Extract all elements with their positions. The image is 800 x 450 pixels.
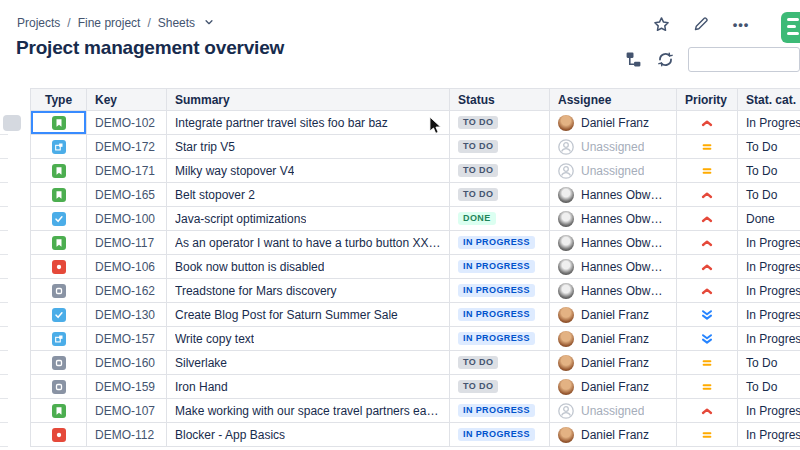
summary-cell[interactable]: Java-script optimizations (167, 207, 450, 231)
priority-cell[interactable] (677, 159, 738, 183)
table-row[interactable]: DEMO-107 Make working with our space tra… (0, 399, 800, 423)
issue-type-cell[interactable] (30, 255, 87, 279)
status-cell[interactable]: IN PROGRESS (450, 231, 550, 255)
status-category-cell[interactable]: In Progress (738, 279, 800, 303)
priority-cell[interactable] (677, 423, 738, 447)
column-header-key[interactable]: Key (87, 88, 167, 111)
table-row[interactable]: DEMO-159 Iron Hand TO DO Daniel Franz To… (0, 375, 800, 399)
priority-cell[interactable] (677, 399, 738, 423)
status-category-cell[interactable]: Done (738, 207, 800, 231)
column-header-priority[interactable]: Priority (677, 88, 738, 111)
assignee-cell[interactable]: Hannes Obweger (550, 183, 677, 207)
issue-key-cell[interactable]: DEMO-117 (87, 231, 167, 255)
assignee-cell[interactable]: Hannes Obweger (550, 279, 677, 303)
status-category-cell[interactable]: In Progress (738, 303, 800, 327)
summary-cell[interactable]: Integrate partner travel sites foo bar b… (167, 111, 450, 135)
assignee-cell[interactable]: Daniel Franz (550, 111, 677, 135)
summary-cell[interactable]: Write copy text (167, 327, 450, 351)
ellipsis-icon[interactable]: ••• (732, 15, 750, 33)
table-row[interactable]: DEMO-130 Create Blog Post for Saturn Sum… (0, 303, 800, 327)
issue-key-cell[interactable]: DEMO-112 (87, 423, 167, 447)
priority-cell[interactable] (677, 327, 738, 351)
table-row[interactable]: DEMO-117 As an operator I want to have a… (0, 231, 800, 255)
summary-cell[interactable]: Milky way stopover V4 (167, 159, 450, 183)
issue-type-cell[interactable] (30, 351, 87, 375)
priority-cell[interactable] (677, 351, 738, 375)
search-input[interactable] (688, 47, 800, 72)
issue-key-cell[interactable]: DEMO-159 (87, 375, 167, 399)
priority-cell[interactable] (677, 207, 738, 231)
row-drag-handle[interactable] (3, 115, 21, 131)
issue-key-cell[interactable]: DEMO-165 (87, 183, 167, 207)
status-cell[interactable]: TO DO (450, 183, 550, 207)
issue-key-cell[interactable]: DEMO-102 (87, 111, 167, 135)
priority-cell[interactable] (677, 231, 738, 255)
issue-type-cell[interactable] (30, 279, 87, 303)
chevron-down-icon[interactable] (204, 16, 214, 30)
status-category-cell[interactable]: To Do (738, 375, 800, 399)
app-logo[interactable] (781, 12, 800, 43)
table-row[interactable]: DEMO-100 Java-script optimizations DONE … (0, 207, 800, 231)
assignee-cell[interactable]: Unassigned (550, 135, 677, 159)
assignee-cell[interactable]: Hannes Obweger (550, 231, 677, 255)
priority-cell[interactable] (677, 303, 738, 327)
table-row[interactable]: DEMO-165 Belt stopover 2 TO DO Hannes Ob… (0, 183, 800, 207)
assignee-cell[interactable]: Daniel Franz (550, 327, 677, 351)
issue-key-cell[interactable]: DEMO-106 (87, 255, 167, 279)
status-cell[interactable]: TO DO (450, 351, 550, 375)
status-category-cell[interactable]: To Do (738, 183, 800, 207)
summary-cell[interactable]: Treadstone for Mars discovery (167, 279, 450, 303)
column-header-assignee[interactable]: Assignee (550, 88, 677, 111)
table-row[interactable]: DEMO-172 Star trip V5 TO DO Unassigned T… (0, 135, 800, 159)
summary-cell[interactable]: As an operator I want to have a turbo bu… (167, 231, 450, 255)
status-category-cell[interactable]: In Progress (738, 399, 800, 423)
issue-key-cell[interactable]: DEMO-130 (87, 303, 167, 327)
issue-key-cell[interactable]: DEMO-172 (87, 135, 167, 159)
table-row[interactable]: DEMO-171 Milky way stopover V4 TO DO Una… (0, 159, 800, 183)
summary-cell[interactable]: Blocker - App Basics (167, 423, 450, 447)
status-cell[interactable]: IN PROGRESS (450, 303, 550, 327)
issue-type-cell[interactable] (30, 327, 87, 351)
summary-cell[interactable]: Iron Hand (167, 375, 450, 399)
priority-cell[interactable] (677, 111, 738, 135)
column-header-type[interactable]: Type (30, 88, 87, 111)
status-cell[interactable]: IN PROGRESS (450, 327, 550, 351)
column-header-summary[interactable]: Summary (167, 88, 450, 111)
priority-cell[interactable] (677, 255, 738, 279)
breadcrumb-projects[interactable]: Projects (17, 16, 60, 30)
issue-type-cell[interactable] (30, 375, 87, 399)
summary-cell[interactable]: Create Blog Post for Saturn Summer Sale (167, 303, 450, 327)
breadcrumb-sheets[interactable]: Sheets (158, 16, 195, 30)
issue-key-cell[interactable]: DEMO-107 (87, 399, 167, 423)
issue-type-cell[interactable] (30, 303, 87, 327)
status-cell[interactable]: DONE (450, 207, 550, 231)
assignee-cell[interactable]: Daniel Franz (550, 303, 677, 327)
issue-type-cell[interactable] (30, 207, 87, 231)
issue-key-cell[interactable]: DEMO-100 (87, 207, 167, 231)
assignee-cell[interactable]: Hannes Obweger (550, 207, 677, 231)
summary-cell[interactable]: Silverlake (167, 351, 450, 375)
summary-cell[interactable]: Star trip V5 (167, 135, 450, 159)
status-category-cell[interactable]: In Progress (738, 231, 800, 255)
issue-type-cell[interactable] (30, 111, 87, 135)
priority-cell[interactable] (677, 135, 738, 159)
table-row[interactable]: DEMO-162 Treadstone for Mars discovery I… (0, 279, 800, 303)
table-row[interactable]: DEMO-157 Write copy text IN PROGRESS Dan… (0, 327, 800, 351)
status-cell[interactable]: IN PROGRESS (450, 423, 550, 447)
issue-type-cell[interactable] (30, 135, 87, 159)
status-category-cell[interactable]: In Progress (738, 327, 800, 351)
priority-cell[interactable] (677, 183, 738, 207)
status-cell[interactable]: TO DO (450, 159, 550, 183)
assignee-cell[interactable]: Daniel Franz (550, 423, 677, 447)
status-category-cell[interactable]: In Progress (738, 111, 800, 135)
star-icon[interactable] (652, 15, 670, 33)
table-row[interactable]: DEMO-106 Book now button is disabled IN … (0, 255, 800, 279)
assignee-cell[interactable]: Hannes Obweger (550, 255, 677, 279)
table-row[interactable]: DEMO-112 Blocker - App Basics IN PROGRES… (0, 423, 800, 447)
status-category-cell[interactable]: To Do (738, 351, 800, 375)
status-category-cell[interactable]: In Progress (738, 255, 800, 279)
table-row[interactable]: DEMO-160 Silverlake TO DO Daniel Franz T… (0, 351, 800, 375)
hierarchy-icon[interactable] (624, 51, 642, 69)
assignee-cell[interactable]: Daniel Franz (550, 351, 677, 375)
summary-cell[interactable]: Book now button is disabled (167, 255, 450, 279)
